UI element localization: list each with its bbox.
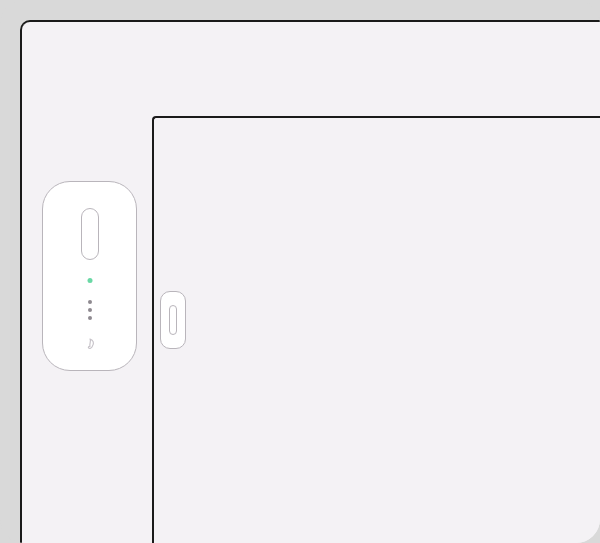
door-panel bbox=[152, 116, 600, 543]
brand-logo-icon bbox=[83, 338, 97, 352]
sensor-speaker-dots-icon bbox=[88, 300, 92, 320]
entry-sensor-magnet bbox=[160, 291, 186, 349]
entry-sensor-body bbox=[42, 181, 137, 371]
magnet-slot-icon bbox=[169, 305, 177, 335]
sensor-status-led-icon bbox=[87, 278, 92, 283]
sensor-button-slot bbox=[81, 208, 99, 260]
sensor-install-diagram bbox=[0, 0, 600, 543]
